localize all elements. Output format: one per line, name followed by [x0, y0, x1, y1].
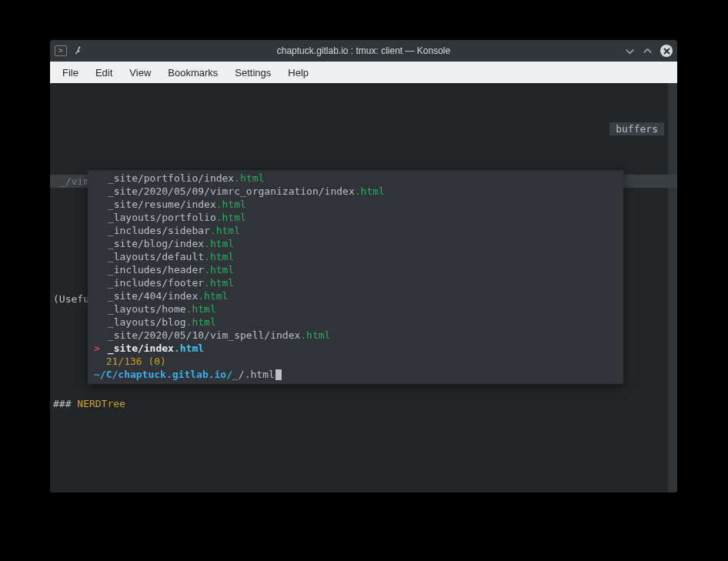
fzf-item-ext: .html	[204, 250, 234, 263]
fzf-item-path: _includes/header	[102, 263, 204, 276]
maximize-icon[interactable]	[643, 46, 653, 56]
fzf-popup[interactable]: _site/portfolio/index.html _site/2020/05…	[88, 170, 623, 384]
fzf-item[interactable]: _site/2020/05/10/vim_spell/index.html	[88, 329, 623, 342]
menu-edit[interactable]: Edit	[88, 65, 120, 81]
buffers-indicator: buffers	[609, 122, 664, 135]
blank-row	[50, 449, 677, 462]
konsole-window: > chaptuck.gitlab.io : tmux: client — Ko…	[50, 40, 677, 493]
fzf-item-ext: .html	[204, 263, 234, 276]
pin-icon[interactable]	[73, 45, 84, 56]
fzf-item[interactable]: _layouts/blog.html	[88, 316, 623, 329]
close-button[interactable]	[660, 45, 673, 57]
fzf-item-path: _site/blog/index	[102, 237, 204, 250]
fzf-item-ext: .html	[300, 329, 330, 342]
fzf-item-path: _site/2020/05/09/vimrc_organization/inde…	[102, 185, 355, 198]
fzf-pointer-icon	[94, 289, 102, 302]
fzf-pointer-icon	[94, 198, 102, 211]
fzf-item-ext: .html	[204, 237, 234, 250]
close-icon	[663, 48, 670, 55]
fzf-prompt-cwd: ~/C/chaptuck.gitlab.io/	[94, 368, 232, 381]
fzf-item[interactable]: _layouts/portfolio.html	[88, 211, 623, 224]
menu-bookmarks[interactable]: Bookmarks	[160, 65, 225, 81]
fzf-item-path: _site/index	[102, 342, 174, 355]
menu-file[interactable]: File	[55, 65, 86, 81]
fzf-item[interactable]: _site/2020/05/09/vimrc_organization/inde…	[88, 185, 623, 198]
window-title: chaptuck.gitlab.io : tmux: client — Kons…	[50, 45, 677, 56]
fzf-item[interactable]: _site/404/index.html	[88, 289, 623, 302]
fzf-item-path: _layouts/portfolio	[102, 211, 216, 224]
fzf-item-ext: .html	[186, 316, 216, 329]
terminal-area[interactable]: _/vim-open-file.md buffers (Useful help …	[50, 83, 677, 493]
fzf-item[interactable]: > _site/index.html	[88, 342, 623, 355]
fzf-pointer-icon	[94, 211, 102, 224]
fzf-pointer-icon	[94, 224, 102, 237]
fzf-item-ext: .html	[216, 198, 246, 211]
fzf-item-ext: .html	[186, 302, 216, 316]
fzf-counter: 21/136 (0)	[88, 355, 623, 368]
fzf-item[interactable]: _site/portfolio/index.html	[88, 172, 623, 185]
fzf-pointer-icon	[94, 263, 102, 276]
fzf-item[interactable]: _includes/sidebar.html	[88, 224, 623, 237]
menubar: File Edit View Bookmarks Settings Help	[50, 62, 677, 83]
fzf-item-ext: .html	[198, 289, 228, 302]
fzf-pointer-icon	[94, 316, 102, 329]
fzf-item-ext: .html	[234, 172, 264, 185]
fzf-prompt-query: _/.html	[232, 368, 275, 381]
fzf-item-ext: .html	[174, 342, 204, 355]
cursor	[276, 369, 282, 380]
fzf-pointer-icon	[94, 276, 102, 289]
fzf-item-path: _site/portfolio/index	[102, 172, 234, 185]
fzf-item-ext: .html	[216, 211, 246, 224]
titlebar[interactable]: > chaptuck.gitlab.io : tmux: client — Ko…	[50, 40, 677, 62]
fzf-item-ext: .html	[204, 276, 234, 289]
fzf-item-path: _site/resume/index	[102, 198, 216, 211]
fzf-pointer-icon	[94, 329, 102, 342]
fzf-pointer-icon	[94, 172, 102, 185]
minimize-icon[interactable]	[625, 46, 635, 56]
heading-row: ### NERDTree	[50, 397, 677, 410]
fzf-item[interactable]: _site/blog/index.html	[88, 237, 623, 250]
app-icon: >	[55, 45, 67, 56]
fzf-item[interactable]: _includes/footer.html	[88, 276, 623, 289]
fzf-pointer-icon	[94, 185, 102, 198]
menu-settings[interactable]: Settings	[227, 65, 279, 81]
fzf-pointer-icon: >	[94, 342, 102, 355]
fzf-item-path: _site/2020/05/10/vim_spell/index	[102, 329, 300, 342]
fzf-prompt[interactable]: ~/C/chaptuck.gitlab.io/_/.html	[88, 368, 623, 381]
fzf-item-path: _includes/sidebar	[102, 224, 210, 237]
fzf-pointer-icon	[94, 237, 102, 250]
fzf-item[interactable]: _layouts/default.html	[88, 250, 623, 263]
fzf-item-path: _layouts/default	[102, 250, 204, 263]
fzf-item-path: _includes/footer	[102, 276, 204, 289]
fzf-item-path: _layouts/home	[102, 302, 186, 316]
fzf-item-path: _layouts/blog	[102, 316, 186, 329]
fzf-item[interactable]: _layouts/home.html	[88, 302, 623, 316]
fzf-pointer-icon	[94, 250, 102, 263]
fzf-item-ext: .html	[210, 224, 240, 237]
fzf-item-path: _site/404/index	[102, 289, 198, 302]
fzf-item-ext: .html	[355, 185, 385, 198]
menu-view[interactable]: View	[122, 65, 159, 81]
fzf-item[interactable]: _includes/header.html	[88, 263, 623, 276]
fzf-item[interactable]: _site/resume/index.html	[88, 198, 623, 211]
fzf-pointer-icon	[94, 302, 102, 316]
menu-help[interactable]: Help	[280, 65, 316, 81]
